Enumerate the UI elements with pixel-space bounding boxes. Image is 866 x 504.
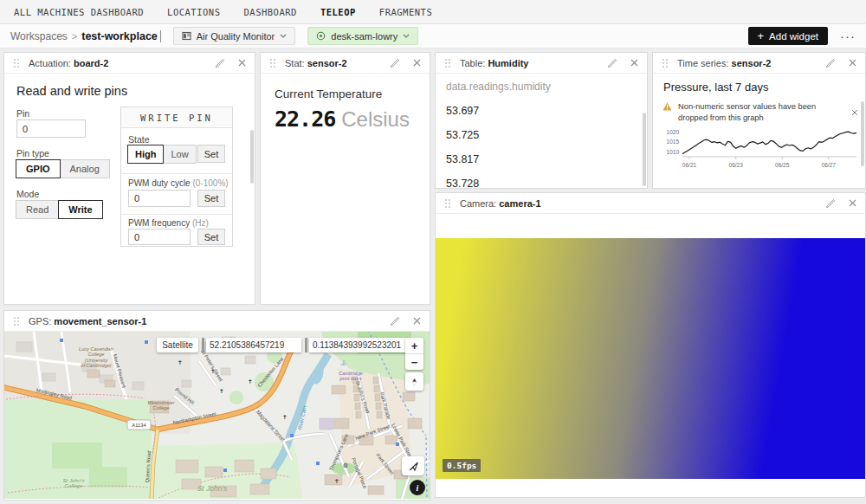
edit-pencil-icon[interactable]: [390, 58, 400, 68]
map-label: ✝: [334, 478, 339, 484]
scrollbar[interactable]: [643, 113, 646, 186]
close-icon[interactable]: [849, 199, 856, 207]
close-icon[interactable]: [413, 59, 421, 67]
map-label: ✝: [248, 378, 253, 384]
pin-type-label: Pin type: [16, 148, 49, 158]
write-pin-title: WRITE PIN: [121, 107, 232, 128]
state-set-button[interactable]: Set: [197, 145, 225, 163]
drag-handle-icon[interactable]: [13, 316, 20, 326]
nav-tab-dashboard[interactable]: DASHBOARD: [243, 7, 296, 17]
pressure-line-chart: 10101015102006/2106/2306/2506/27: [656, 124, 862, 172]
drag-handle-icon[interactable]: [444, 58, 451, 68]
workspace-icon: [182, 31, 191, 41]
widget-header[interactable]: Camera: camera-1: [436, 193, 865, 214]
pwm-freq-input[interactable]: [128, 229, 191, 245]
add-widget-button[interactable]: + Add widget: [748, 27, 829, 45]
nav-tab-locations[interactable]: LOCATIONS: [167, 7, 220, 17]
widget-table: Table: Humidity data.readings.humidity 5…: [435, 52, 648, 189]
state-high-button[interactable]: High: [127, 145, 164, 164]
stat-value: 22.26: [275, 107, 335, 132]
actuation-heading: Read and write pins: [16, 84, 127, 98]
widget-gps: GPS: movement_sensor-1: [3, 310, 430, 501]
map-label: ✝: [219, 388, 224, 394]
pin-input[interactable]: [16, 120, 86, 138]
road-ref-badge: A1134: [132, 423, 146, 428]
pwm-duty-label: PWM duty cycle (0-100%): [128, 178, 229, 188]
workspace-title[interactable]: test-workplace: [81, 30, 158, 42]
longitude-input[interactable]: [309, 338, 406, 352]
svg-text:06/23: 06/23: [729, 162, 744, 168]
map-label: St John'sCollege: [62, 477, 84, 488]
divider: [202, 338, 204, 352]
widget-header[interactable]: Stat: sensor-2: [261, 53, 430, 74]
close-icon[interactable]: [413, 317, 421, 325]
breadcrumb-workspaces[interactable]: Workspaces: [10, 30, 68, 42]
close-icon[interactable]: [238, 59, 246, 67]
widget-header[interactable]: Time series: sensor-2: [653, 53, 865, 74]
satellite-toggle-button[interactable]: Satellite: [157, 338, 198, 352]
scrollbar[interactable]: [250, 130, 254, 184]
mode-write-button[interactable]: Write: [58, 200, 102, 219]
compass-reset-button[interactable]: ▲ ▽: [405, 372, 423, 391]
divider: [305, 338, 307, 352]
latitude-input[interactable]: [206, 338, 301, 352]
scrollbar[interactable]: [861, 101, 864, 166]
table-row: 53.728: [446, 178, 479, 187]
close-icon[interactable]: [630, 59, 638, 67]
pin-type-analog-button[interactable]: Analog: [60, 159, 110, 178]
state-low-button[interactable]: Low: [163, 145, 196, 164]
map[interactable]: A1134 Lucy CavendishCollege(Universityof…: [4, 332, 430, 499]
stat-metric-label: Current Temperature: [275, 87, 382, 100]
widget-type-label: Actuation:: [29, 58, 71, 68]
widget-header[interactable]: Actuation: board-2: [4, 53, 255, 74]
warning-banner: Non-numeric sensor values have been drop…: [662, 101, 858, 124]
pin-type-gpio-button[interactable]: GPIO: [16, 159, 61, 178]
svg-text:06/21: 06/21: [682, 162, 697, 168]
close-icon[interactable]: [849, 59, 856, 67]
nav-tab-all-machines-dashboard[interactable]: ALL MACHINES DASHBOARD: [14, 7, 144, 17]
widget-camera: Camera: camera-1 0.5fps: [435, 192, 866, 498]
location-select[interactable]: Air Quality Monitor: [173, 27, 295, 45]
nav-tab-teleop[interactable]: TELEOP: [320, 7, 356, 17]
zoom-out-button[interactable]: −: [405, 354, 423, 370]
pwm-duty-set-button[interactable]: Set: [197, 190, 225, 207]
zoom-in-button[interactable]: +: [405, 338, 423, 353]
locate-button[interactable]: [402, 456, 424, 475]
edit-pencil-icon[interactable]: [607, 58, 617, 68]
machine-select[interactable]: desk-sam-lowry: [307, 27, 418, 45]
dismiss-warning-icon[interactable]: [851, 109, 858, 116]
stat-unit: Celsius: [341, 107, 410, 132]
pwm-freq-label: PWM frequency (Hz): [128, 218, 209, 228]
chevron-down-icon: [403, 34, 410, 38]
edit-pencil-icon[interactable]: [215, 58, 225, 68]
pwm-freq-set-button[interactable]: Set: [197, 229, 225, 245]
widget-actuation: Actuation: board-2 Read and write pins P…: [3, 52, 255, 305]
mode-read-button[interactable]: Read: [16, 200, 59, 219]
pwm-duty-input[interactable]: [128, 190, 191, 207]
widget-header[interactable]: Table: Humidity: [436, 53, 647, 74]
drag-handle-icon[interactable]: [662, 58, 669, 68]
widget-type-label: GPS:: [29, 316, 51, 326]
widget-name: sensor-2: [732, 58, 772, 68]
edit-pencil-icon[interactable]: [825, 198, 836, 209]
edit-pencil-icon[interactable]: [825, 58, 836, 68]
drag-handle-icon[interactable]: [269, 58, 276, 68]
widget-name: camera-1: [499, 198, 540, 209]
drag-handle-icon[interactable]: [13, 58, 20, 68]
edit-pencil-icon[interactable]: [390, 316, 400, 326]
widget-type-label: Table:: [460, 58, 485, 68]
map-canvas[interactable]: A1134 Lucy CavendishCollege(Universityof…: [4, 332, 430, 499]
drag-handle-icon[interactable]: [444, 198, 451, 209]
warning-icon: [662, 102, 672, 111]
table-column-header: data.readings.humidity: [446, 81, 551, 93]
teleop-dashboard-page: ALL MACHINES DASHBOARD LOCATIONS DASHBOA…: [0, 0, 866, 504]
map-label: ✝: [282, 414, 288, 420]
nav-tab-fragments[interactable]: FRAGMENTS: [379, 7, 432, 17]
more-menu-icon[interactable]: ···: [840, 29, 856, 43]
attribution-info-button[interactable]: i: [410, 480, 425, 495]
mode-label: Mode: [16, 189, 39, 199]
map-label: ✝: [210, 368, 216, 374]
table-row: 53.817: [446, 153, 479, 165]
add-widget-label: Add widget: [769, 31, 818, 42]
widget-header[interactable]: GPS: movement_sensor-1: [4, 311, 430, 332]
